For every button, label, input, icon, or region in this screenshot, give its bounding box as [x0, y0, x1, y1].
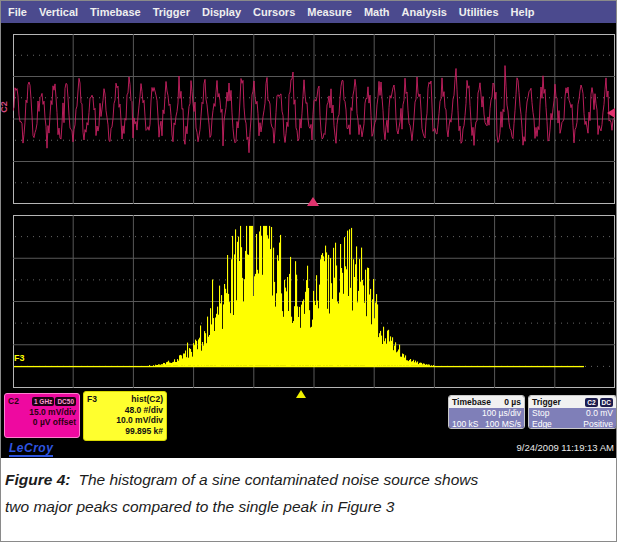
- menu-file[interactable]: File: [8, 6, 27, 18]
- f3-descriptor-label: F3: [87, 394, 97, 405]
- c2-coupling-badge: DC50: [55, 397, 76, 406]
- f3-count-scale: 48.0 #/div: [87, 405, 163, 416]
- menu-utilities[interactable]: Utilities: [459, 6, 499, 18]
- c2-offset: 0 µV offset: [8, 417, 76, 428]
- menu-trigger[interactable]: Trigger: [153, 6, 190, 18]
- f3-trace-label: F3: [14, 353, 25, 363]
- trigger-type: Edge: [532, 419, 552, 430]
- timebase-summary-box[interactable]: Timebase 0 µs 100 µs/div 100 kS 100 MS/s: [448, 395, 525, 429]
- menu-vertical[interactable]: Vertical: [39, 6, 78, 18]
- timebase-position: 0 µs: [504, 397, 521, 407]
- trigger-level-marker[interactable]: [607, 108, 615, 118]
- f3-bin-scale: 10.0 mV/div: [87, 415, 163, 426]
- histogram-center-marker[interactable]: [296, 390, 306, 398]
- trigger-summary-box[interactable]: Trigger C2 DC Stop 0.0 mV Edge Positive: [528, 395, 617, 429]
- menu-measure[interactable]: Measure: [307, 6, 352, 18]
- c2-coupling-badges: 1 GHz DC50: [32, 397, 76, 406]
- f3-function: hist(C2): [131, 394, 163, 405]
- oscilloscope-screen: File Vertical Timebase Trigger Display C…: [1, 1, 617, 458]
- bottom-grid-f3-histogram: [13, 215, 615, 388]
- menu-bar: File Vertical Timebase Trigger Display C…: [1, 1, 617, 23]
- c2-bandwidth-badge: 1 GHz: [32, 397, 54, 406]
- trigger-level: 0.0 mV: [586, 408, 613, 419]
- c2-trace-label: C2: [0, 101, 9, 113]
- timebase-rate: 100 MS/s: [485, 419, 521, 430]
- trigger-slope: Positive: [583, 419, 613, 430]
- menu-cursors[interactable]: Cursors: [253, 6, 295, 18]
- lecroy-logo: LeCroy: [9, 441, 53, 457]
- menu-math[interactable]: Math: [364, 6, 390, 18]
- figure-caption: Figure 4:The histogram of a sine contami…: [1, 458, 617, 542]
- f3-population: 99.895 k#: [87, 426, 163, 437]
- menu-timebase[interactable]: Timebase: [90, 6, 141, 18]
- figure-caption-label: Figure 4:: [5, 471, 70, 488]
- trigger-time-marker[interactable]: [307, 197, 319, 206]
- c2-descriptor-label: C2: [8, 396, 19, 407]
- screenshot-root: File Vertical Timebase Trigger Display C…: [0, 0, 617, 542]
- trigger-source-badge: C2: [585, 398, 597, 407]
- trace-descriptor-f3[interactable]: F3 hist(C2) 48.0 #/div 10.0 mV/div 99.89…: [83, 391, 167, 441]
- timebase-scale: 100 µs/div: [482, 408, 521, 419]
- menu-display[interactable]: Display: [202, 6, 241, 18]
- figure-caption-text: The histogram of a sine contaminated noi…: [5, 471, 478, 515]
- trigger-mode: Stop: [532, 408, 550, 419]
- trigger-badges: C2 DC: [585, 398, 613, 407]
- timebase-samples: 100 kS: [452, 419, 478, 430]
- timebase-label: Timebase: [452, 397, 491, 407]
- top-grid-c2-waveform: [13, 34, 615, 204]
- channel-descriptor-c2[interactable]: C2 1 GHz DC50 15.0 mV/div 0 µV offset: [4, 393, 80, 438]
- menu-help[interactable]: Help: [511, 6, 535, 18]
- trigger-coupling-badge: DC: [600, 398, 613, 407]
- trigger-label: Trigger: [532, 397, 561, 407]
- menu-analysis[interactable]: Analysis: [402, 6, 447, 18]
- c2-vertical-scale: 15.0 mV/div: [8, 407, 76, 418]
- datetime-display: 9/24/2009 11:19:13 AM: [516, 442, 614, 453]
